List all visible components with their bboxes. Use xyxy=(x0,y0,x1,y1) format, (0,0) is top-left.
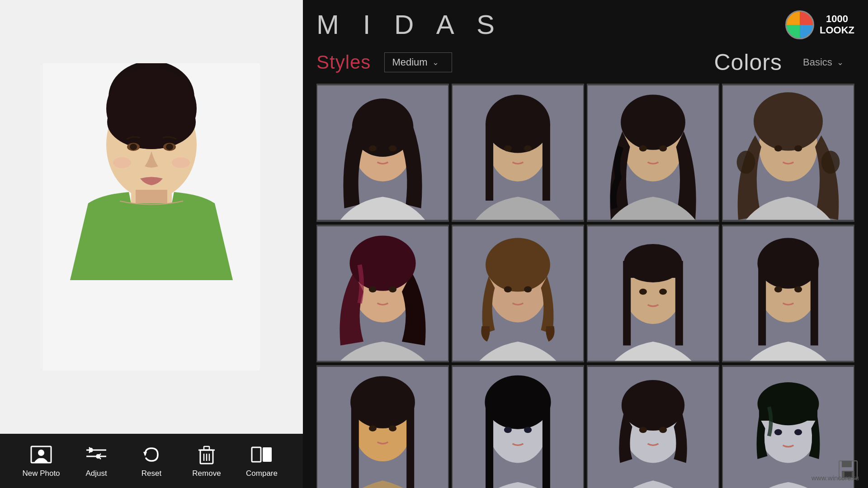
svg-point-93 xyxy=(504,427,512,433)
svg-point-51 xyxy=(754,92,823,150)
styles-chevron-icon: ⌄ xyxy=(432,57,439,67)
svg-point-59 xyxy=(369,286,377,292)
remove-icon xyxy=(196,444,217,465)
hair-style-3[interactable] xyxy=(587,84,719,222)
adjust-button[interactable]: Adjust xyxy=(74,444,119,478)
svg-point-48 xyxy=(659,145,667,152)
new-photo-icon xyxy=(30,444,52,465)
compare-button[interactable]: Compare xyxy=(239,444,284,478)
svg-point-42 xyxy=(504,145,512,152)
adjust-icon xyxy=(85,444,107,465)
svg-point-103 xyxy=(758,382,819,425)
svg-point-99 xyxy=(659,427,667,433)
reset-button[interactable]: Reset xyxy=(129,444,174,478)
svg-point-78 xyxy=(758,238,819,288)
compare-icon xyxy=(251,444,273,465)
svg-point-71 xyxy=(624,244,682,282)
watermark: www.wincore.ru xyxy=(811,474,859,482)
hair-style-6[interactable] xyxy=(452,225,584,363)
app-title: M I D A S xyxy=(316,9,503,40)
reset-label: Reset xyxy=(142,469,161,478)
svg-point-87 xyxy=(389,425,396,432)
svg-point-47 xyxy=(639,145,647,152)
svg-point-85 xyxy=(350,376,415,428)
svg-point-65 xyxy=(524,286,532,292)
new-photo-button[interactable]: New Photo xyxy=(19,444,64,478)
svg-point-52 xyxy=(737,151,755,174)
svg-rect-12 xyxy=(136,190,167,203)
svg-point-60 xyxy=(389,286,396,292)
svg-point-98 xyxy=(639,427,647,433)
photo-area xyxy=(0,0,303,434)
svg-rect-39 xyxy=(486,124,493,201)
hair-style-11[interactable] xyxy=(587,365,719,488)
svg-point-92 xyxy=(485,375,551,429)
svg-point-80 xyxy=(794,286,802,292)
adjust-label: Adjust xyxy=(85,469,107,478)
svg-point-53 xyxy=(821,151,840,174)
svg-point-41 xyxy=(487,97,549,143)
svg-point-64 xyxy=(504,286,512,292)
compare-label: Compare xyxy=(246,469,278,478)
logo-area: 1000 LOOKZ xyxy=(785,10,854,39)
svg-point-35 xyxy=(389,145,396,152)
hair-style-8[interactable] xyxy=(722,225,854,363)
hair-style-5[interactable] xyxy=(316,225,449,363)
hair-style-4[interactable] xyxy=(722,84,854,222)
svg-point-8 xyxy=(130,144,137,150)
hair-style-12[interactable] xyxy=(722,365,854,488)
svg-point-5 xyxy=(107,95,196,149)
styles-dropdown[interactable]: Medium ⌄ xyxy=(384,52,452,72)
svg-point-94 xyxy=(524,427,532,433)
controls-row: Styles Medium ⌄ Colors Basics ⌄ xyxy=(316,49,854,75)
svg-point-43 xyxy=(524,145,532,152)
svg-point-97 xyxy=(622,380,684,431)
right-panel: M I D A S 1000 LOOKZ Styles Medium ⌄ Col… xyxy=(303,0,868,488)
new-photo-label: New Photo xyxy=(22,469,60,478)
svg-rect-107 xyxy=(842,461,852,467)
logo-text: 1000 LOOKZ xyxy=(820,14,854,35)
styles-label: Styles xyxy=(316,52,371,73)
remove-button[interactable]: Remove xyxy=(184,444,229,478)
svg-point-72 xyxy=(639,288,647,295)
colors-dropdown[interactable]: Basics ⌄ xyxy=(796,53,854,72)
svg-point-10 xyxy=(113,157,131,168)
svg-point-34 xyxy=(369,145,377,152)
svg-point-79 xyxy=(774,286,782,292)
svg-point-14 xyxy=(38,450,44,456)
svg-point-9 xyxy=(166,144,173,150)
svg-point-63 xyxy=(486,238,550,291)
hair-style-10[interactable] xyxy=(452,365,584,488)
svg-point-55 xyxy=(794,145,802,152)
hair-style-1[interactable] xyxy=(316,84,449,222)
svg-rect-24 xyxy=(204,446,209,450)
svg-point-11 xyxy=(172,157,190,168)
left-panel: New Photo Adjust xyxy=(0,0,303,488)
toolbar: New Photo Adjust xyxy=(0,434,303,488)
hair-style-9[interactable] xyxy=(316,365,449,488)
hair-style-2[interactable] xyxy=(452,84,584,222)
svg-marker-21 xyxy=(143,452,147,456)
svg-point-104 xyxy=(774,429,782,436)
hair-style-7[interactable] xyxy=(587,225,719,363)
svg-point-86 xyxy=(369,425,377,432)
app-header: M I D A S 1000 LOOKZ xyxy=(316,9,854,40)
colors-label: Colors xyxy=(714,49,782,75)
svg-point-46 xyxy=(621,94,685,150)
reset-icon xyxy=(141,444,162,465)
remove-label: Remove xyxy=(192,469,221,478)
colors-chevron-icon: ⌄ xyxy=(837,57,844,67)
hairstyle-grid xyxy=(316,84,854,488)
svg-point-54 xyxy=(774,145,782,152)
svg-point-105 xyxy=(794,429,802,436)
logo-icon xyxy=(785,10,814,39)
person-figure xyxy=(43,63,260,371)
svg-point-33 xyxy=(354,101,412,147)
svg-point-73 xyxy=(659,288,667,295)
svg-rect-29 xyxy=(263,447,272,462)
svg-rect-40 xyxy=(542,124,550,201)
svg-rect-28 xyxy=(252,447,261,462)
